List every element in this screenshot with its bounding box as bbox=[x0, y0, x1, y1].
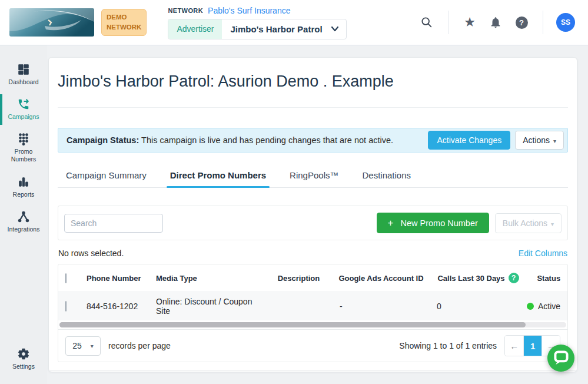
main-content: Jimbo's Harbor Patrol: Asurion Demo . Ex… bbox=[47, 45, 588, 384]
column-header-calls-last-30-days: Calls Last 30 Days bbox=[437, 274, 504, 283]
wave-logo-graphic bbox=[9, 8, 94, 37]
bulk-actions-button[interactable]: Bulk Actions▾ bbox=[495, 213, 562, 233]
campaign-status-bar: Campaign Status: This campaign is live a… bbox=[58, 128, 568, 153]
sidebar-item-label: Promo Numbers bbox=[11, 148, 36, 163]
dashboard-icon bbox=[17, 63, 30, 76]
demo-network-badge: DEMO NETWORK bbox=[101, 9, 147, 35]
grid-toolbar: +New Promo Number Bulk Actions▾ bbox=[58, 206, 568, 240]
records-per-page-select[interactable]: 25▾ bbox=[65, 336, 101, 356]
table-header-row: Phone Number Media Type Description Goog… bbox=[58, 264, 567, 292]
bar-chart-icon bbox=[17, 176, 30, 188]
campaign-status-label: Campaign Status: bbox=[67, 135, 139, 145]
campaigns-icon bbox=[17, 98, 30, 111]
selection-row: No rows selected. Edit Columns bbox=[58, 249, 568, 258]
pagination-row: 25▾ records per page Showing 1 to 1 of 1… bbox=[58, 329, 567, 362]
cell-calls-last-30-days: 0 bbox=[430, 302, 527, 311]
divider bbox=[543, 11, 543, 34]
search-icon[interactable] bbox=[420, 15, 434, 29]
help-tooltip-icon[interactable]: ? bbox=[509, 273, 519, 283]
bell-notifications-icon[interactable] bbox=[489, 15, 503, 29]
sidebar-item-label: Campaigns bbox=[8, 113, 39, 120]
network-label: NETWORK bbox=[168, 7, 203, 14]
row-checkbox[interactable] bbox=[65, 301, 67, 312]
cell-google-ads-account-id: - bbox=[333, 302, 430, 311]
sidebar-item-label: Reports bbox=[13, 191, 35, 198]
activate-changes-button[interactable]: Activate Changes bbox=[428, 131, 510, 150]
sidebar-item-dashboard[interactable]: Dashboard bbox=[0, 58, 47, 91]
campaign-card: Jimbo's Harbor Patrol: Asurion Demo . Ex… bbox=[48, 57, 577, 372]
campaign-status-message: This campaign is live and has pending ch… bbox=[139, 135, 393, 145]
sidebar-item-campaigns[interactable]: Campaigns bbox=[0, 93, 47, 126]
tab-destinations[interactable]: Destinations bbox=[361, 167, 412, 187]
plus-icon: + bbox=[388, 218, 394, 228]
status-badge: Active bbox=[527, 302, 560, 311]
search-input[interactable] bbox=[64, 214, 163, 233]
column-header-media-type: Media Type bbox=[156, 274, 265, 283]
promo-numbers-table: Phone Number Media Type Description Goog… bbox=[58, 264, 568, 362]
sidebar: Dashboard Campaigns Promo Numbers Report… bbox=[0, 45, 47, 384]
sidebar-item-label: Settings bbox=[12, 363, 35, 370]
dialpad-icon bbox=[17, 133, 30, 145]
tab-campaign-summary[interactable]: Campaign Summary bbox=[65, 167, 148, 187]
advertiser-selector[interactable]: Advertiser Jimbo's Harbor Patrol bbox=[168, 19, 346, 39]
sidebar-spacer bbox=[0, 240, 47, 343]
caret-down-icon: ▾ bbox=[91, 343, 94, 349]
showing-entries-text: Showing 1 to 1 of 1 entries bbox=[399, 341, 497, 350]
selection-status: No rows selected. bbox=[58, 249, 124, 258]
demo-badge-line1: DEMO bbox=[107, 12, 141, 22]
cell-media-type: Online: Discount / Coupon Site bbox=[156, 297, 265, 316]
active-status-dot bbox=[527, 303, 534, 310]
divider bbox=[448, 11, 449, 34]
chat-bubble-icon bbox=[547, 345, 574, 372]
avatar-initials: SS bbox=[561, 18, 570, 27]
promo-allowed-row: Promo Numbers Allowed: 5 bbox=[58, 371, 568, 372]
prev-page-button[interactable]: ← bbox=[505, 336, 523, 356]
sidebar-item-settings[interactable]: Settings bbox=[0, 343, 47, 376]
edit-columns-link[interactable]: Edit Columns bbox=[519, 249, 567, 258]
select-all-checkbox[interactable] bbox=[65, 273, 67, 283]
advertiser-label: Advertiser bbox=[168, 19, 222, 39]
chat-widget-button[interactable] bbox=[547, 345, 574, 372]
column-header-description: Description bbox=[265, 274, 333, 283]
horizontal-scrollbar bbox=[59, 322, 566, 327]
cell-phone-number: 844-516-1202 bbox=[87, 302, 156, 311]
sidebar-item-label: Dashboard bbox=[8, 78, 38, 85]
sidebar-item-reports[interactable]: Reports bbox=[0, 171, 47, 204]
caret-down-icon: ▾ bbox=[551, 221, 554, 227]
tab-direct-promo-numbers[interactable]: Direct Promo Numbers bbox=[169, 167, 267, 187]
campaign-status-text: Campaign Status: This campaign is live a… bbox=[67, 135, 393, 145]
chevron-down-icon bbox=[331, 19, 346, 39]
integrations-icon bbox=[17, 210, 30, 223]
sidebar-item-promo-numbers[interactable]: Promo Numbers bbox=[0, 128, 47, 168]
records-per-page-label: records per page bbox=[108, 341, 171, 350]
divider bbox=[58, 107, 568, 108]
advertiser-value: Jimbo's Harbor Patrol bbox=[222, 19, 330, 39]
gear-icon bbox=[17, 347, 30, 360]
horizontal-scrollbar-thumb[interactable] bbox=[59, 322, 526, 327]
page-number-button[interactable]: 1 bbox=[523, 336, 542, 356]
column-header-google-ads-account-id: Google Ads Account ID bbox=[333, 274, 430, 283]
help-icon[interactable]: ? bbox=[514, 15, 529, 29]
column-header-status: Status bbox=[527, 274, 560, 283]
sidebar-item-integrations[interactable]: Integrations bbox=[0, 206, 47, 239]
actions-dropdown-button[interactable]: Actions▾ bbox=[515, 131, 564, 150]
network-name-link[interactable]: Pablo's Surf Insurance bbox=[208, 6, 290, 15]
star-favorites-icon[interactable]: ★ bbox=[463, 15, 477, 29]
network-advertiser-block: NETWORK Pablo's Surf Insurance Advertise… bbox=[168, 6, 346, 39]
page-title: Jimbo's Harbor Patrol: Asurion Demo . Ex… bbox=[58, 72, 568, 91]
user-avatar[interactable]: SS bbox=[556, 13, 575, 32]
table-row: 844-516-1202 Online: Discount / Coupon S… bbox=[58, 292, 567, 320]
topbar-actions: ★ ? SS bbox=[414, 11, 575, 34]
cell-status: Active bbox=[538, 302, 560, 311]
top-bar: DEMO NETWORK NETWORK Pablo's Surf Insura… bbox=[0, 0, 588, 45]
new-promo-number-button[interactable]: +New Promo Number bbox=[377, 213, 489, 233]
sidebar-item-label: Integrations bbox=[8, 226, 40, 233]
column-header-phone-number: Phone Number bbox=[87, 274, 156, 283]
logo-image[interactable] bbox=[9, 8, 94, 37]
tab-ringpools[interactable]: RingPools™ bbox=[288, 167, 340, 187]
caret-down-icon: ▾ bbox=[553, 138, 556, 144]
tab-bar: Campaign Summary Direct Promo Numbers Ri… bbox=[58, 167, 568, 188]
demo-badge-line2: NETWORK bbox=[107, 22, 141, 32]
